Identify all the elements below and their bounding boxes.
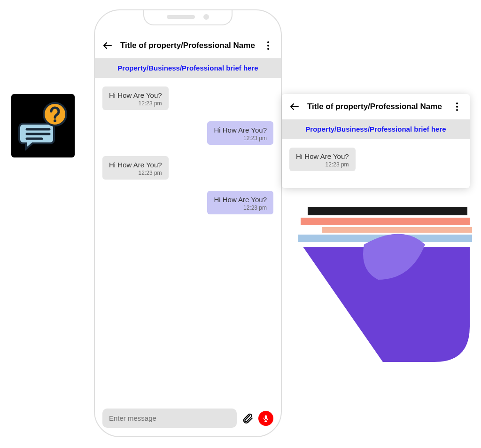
message-bubble-outgoing: Hi How Are You? 12:23 pm <box>207 121 273 145</box>
message-time: 12:23 pm <box>109 100 162 107</box>
svg-rect-6 <box>301 218 470 225</box>
decorative-blob <box>284 204 472 369</box>
message-bubble-incoming: Hi How Are You? 12:23 pm <box>102 86 169 110</box>
svg-rect-7 <box>322 227 472 233</box>
chat-faq-badge <box>11 94 75 157</box>
card-header: Title of property/Professional Name <box>282 94 470 119</box>
arrow-left-icon <box>289 101 300 112</box>
message-text: Hi How Are You? <box>296 152 349 160</box>
card-title: Title of property/Professional Name <box>307 102 444 111</box>
message-row: Hi How Are You? 12:23 pm <box>289 148 462 182</box>
svg-point-4 <box>54 119 56 122</box>
notch-speaker <box>167 15 195 19</box>
message-time: 12:23 pm <box>109 170 162 176</box>
message-time: 12:23 pm <box>214 204 267 211</box>
svg-rect-5 <box>308 207 467 215</box>
message-row: Hi How Are You? 12:23 pm <box>102 156 273 191</box>
message-row: Hi How Are You? 12:23 pm <box>102 86 273 121</box>
message-composer <box>102 409 273 428</box>
message-bubble-outgoing: Hi How Are You? 12:23 pm <box>207 191 273 214</box>
brief-banner: Property/Business/Professional brief her… <box>95 58 281 78</box>
messages-list: Hi How Are You? 12:23 pm Hi How Are You?… <box>95 78 281 234</box>
microphone-icon <box>262 414 270 423</box>
phone-frame: Title of property/Professional Name Prop… <box>94 9 282 437</box>
voice-record-button[interactable] <box>258 411 273 426</box>
message-input[interactable] <box>102 409 237 428</box>
message-text: Hi How Are You? <box>109 91 162 99</box>
card-brief-banner: Property/Business/Professional brief her… <box>282 119 470 139</box>
chat-header: Title of property/Professional Name <box>95 33 281 58</box>
card-more-options-button[interactable] <box>451 101 463 113</box>
svg-rect-9 <box>265 415 267 419</box>
chat-question-icon <box>17 100 69 152</box>
message-row: Hi How Are You? 12:23 pm <box>102 191 273 226</box>
message-time: 12:23 pm <box>296 161 349 168</box>
notch-camera <box>203 14 209 20</box>
message-text: Hi How Are You? <box>214 196 267 204</box>
message-bubble-incoming: Hi How Are You? 12:23 pm <box>289 148 356 171</box>
message-time: 12:23 pm <box>214 135 267 141</box>
message-row: Hi How Are You? 12:23 pm <box>102 121 273 156</box>
floating-chat-card: Title of property/Professional Name Prop… <box>282 94 470 188</box>
arrow-left-icon <box>102 40 113 51</box>
more-options-button[interactable] <box>262 39 274 52</box>
back-button[interactable] <box>101 39 114 52</box>
attach-button[interactable] <box>241 412 254 424</box>
message-text: Hi How Are You? <box>109 161 162 169</box>
chat-title: Title of property/Professional Name <box>120 41 256 50</box>
paperclip-icon <box>241 412 254 424</box>
message-bubble-incoming: Hi How Are You? 12:23 pm <box>102 156 169 180</box>
phone-notch <box>143 9 233 25</box>
card-back-button[interactable] <box>288 101 301 113</box>
message-text: Hi How Are You? <box>214 126 267 134</box>
card-messages-list: Hi How Are You? 12:23 pm <box>282 139 470 188</box>
